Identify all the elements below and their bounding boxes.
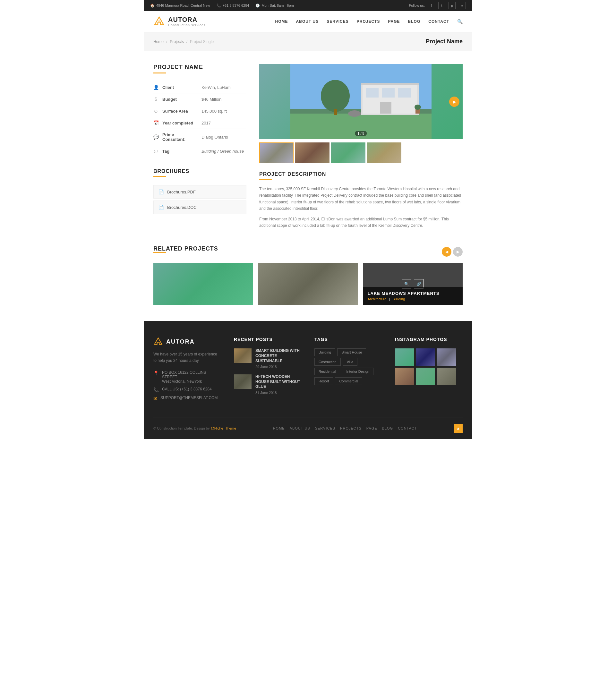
tag-separator: | bbox=[389, 297, 390, 301]
slider-next-button[interactable]: ▶ bbox=[449, 97, 460, 107]
tag-interior-design[interactable]: Interior Design bbox=[342, 368, 374, 375]
tag-commercial[interactable]: Commercial bbox=[335, 377, 362, 385]
back-to-top-button[interactable]: ▲ bbox=[454, 424, 463, 433]
footer-nav-services[interactable]: SERVICES bbox=[315, 426, 335, 430]
surface-label: Surface Area bbox=[162, 109, 198, 114]
tag-costruction[interactable]: Costruction bbox=[314, 358, 341, 366]
instagram-grid bbox=[395, 348, 463, 385]
tag-value: Building / Green house bbox=[201, 149, 244, 154]
post-thumb-2 bbox=[234, 374, 252, 389]
breadcrumb-projects[interactable]: Projects bbox=[170, 39, 184, 44]
nav-blog[interactable]: BLOG bbox=[408, 19, 420, 24]
post-info-1: SMART BUILDING WITH CONCRETE SUSTAINABLE… bbox=[255, 348, 302, 368]
tags-heading: TAGS bbox=[314, 337, 382, 342]
thumbnail-2[interactable] bbox=[295, 142, 329, 163]
footer-nav-contact[interactable]: CONTACT bbox=[398, 426, 417, 430]
tag-smart-house[interactable]: Smart House bbox=[337, 348, 366, 356]
brochures-underline bbox=[153, 176, 166, 177]
svg-point-15 bbox=[348, 110, 361, 117]
phone-text: +61 3 8376 6284 bbox=[223, 3, 249, 8]
instagram-photo-3[interactable] bbox=[437, 348, 456, 366]
desc-underline bbox=[259, 179, 272, 180]
footer-nav-blog[interactable]: BLOG bbox=[382, 426, 393, 430]
doc-icon: 📄 bbox=[159, 205, 164, 210]
footer-bottom: © Construction Template. Design by @Nich… bbox=[153, 417, 463, 433]
breadcrumb: Home / Projects / Project Single bbox=[153, 39, 214, 44]
footer-tags-col: TAGS Building Smart House Costruction Vi… bbox=[314, 337, 382, 404]
brochure-pdf[interactable]: 📄 Brochures.PDF bbox=[153, 185, 247, 199]
nav-contact[interactable]: CONTACT bbox=[428, 19, 449, 24]
related-prev-button[interactable]: ◀ bbox=[442, 247, 451, 257]
tag-icon: 🏷 bbox=[153, 149, 159, 154]
footer-nav-projects[interactable]: PROJECTS bbox=[340, 426, 362, 430]
footer-nav-page[interactable]: PAGE bbox=[366, 426, 377, 430]
thumbnail-1[interactable] bbox=[259, 142, 293, 163]
facebook-icon[interactable]: f bbox=[428, 2, 435, 9]
search-icon[interactable]: 🔍 bbox=[457, 19, 463, 24]
footer-about-col: AUTORA We have over 15 years of experien… bbox=[153, 337, 221, 404]
pinterest-icon[interactable]: p bbox=[449, 2, 456, 9]
tag-villa[interactable]: Villa bbox=[343, 358, 358, 366]
email-icon: ✉ bbox=[153, 396, 157, 401]
logo-name: AUTORA bbox=[168, 16, 206, 23]
post-title-1: SMART BUILDING WITH CONCRETE SUSTAINABLE bbox=[255, 348, 302, 363]
top-bar: 🏠 4946 Marmora Road, Central New 📞 +61 3… bbox=[144, 0, 472, 11]
logo-text-block: AUTORA Construction services bbox=[168, 16, 206, 27]
twitter-icon[interactable]: t bbox=[438, 2, 445, 9]
brochure-doc[interactable]: 📄 Brochures.DOC bbox=[153, 200, 247, 214]
thumbnail-4[interactable] bbox=[367, 142, 401, 163]
rss-icon[interactable]: ≡ bbox=[459, 2, 466, 9]
nav-projects[interactable]: PROJECTS bbox=[357, 19, 380, 24]
footer-address-sub: West Victoria, NewYork bbox=[162, 379, 221, 384]
pdf-icon: 📄 bbox=[159, 189, 164, 195]
footer-nav-home[interactable]: HOME bbox=[273, 426, 285, 430]
instagram-photo-1[interactable] bbox=[395, 348, 414, 366]
theme-link[interactable]: @Niche_Theme bbox=[211, 426, 237, 430]
top-bar-right: Follow us: f t p ≡ bbox=[409, 2, 466, 9]
phone-info: 📞 +61 3 8376 6284 bbox=[216, 3, 249, 8]
hours-info: 🕐 Mon-Sat: 8am - 6pm bbox=[255, 3, 293, 8]
right-content: ▶ 1 / 5 PROJECT DESCRIPTION The ten-stor… bbox=[259, 64, 463, 233]
hours-text: Mon-Sat: 8am - 6pm bbox=[262, 3, 293, 8]
clock-icon: 🕐 bbox=[255, 3, 260, 8]
logo[interactable]: AUTORA Construction services bbox=[153, 16, 206, 27]
breadcrumb-current: Project Single bbox=[190, 39, 214, 44]
related-item-1[interactable] bbox=[153, 263, 253, 305]
instagram-photo-2[interactable] bbox=[416, 348, 435, 366]
sidebar: PROJECT NAME 👤 Client KenVin, LuHam $ Bu… bbox=[153, 64, 247, 233]
tag-residential[interactable]: Residential bbox=[314, 368, 340, 375]
tag-resort[interactable]: Resort bbox=[314, 377, 333, 385]
consultant-label: Prime Consultant: bbox=[162, 132, 198, 142]
related-underline bbox=[153, 252, 166, 253]
tag-building[interactable]: Building bbox=[314, 348, 335, 356]
nav-services[interactable]: SERVICES bbox=[327, 19, 349, 24]
related-item-tags-3: Architecture | Building bbox=[368, 297, 458, 301]
footer-nav-about[interactable]: ABOUT US bbox=[290, 426, 310, 430]
instagram-photo-4[interactable] bbox=[395, 368, 414, 385]
consultant-icon: 💬 bbox=[153, 135, 159, 139]
tag-label: Tag bbox=[162, 149, 198, 154]
detail-consultant: 💬 Prime Consultant: Dialog Ontario bbox=[153, 129, 247, 145]
title-underline bbox=[153, 73, 166, 74]
recent-post-1: SMART BUILDING WITH CONCRETE SUSTAINABLE… bbox=[234, 348, 302, 368]
desc-para-2: From November 2013 to April 2014, EllisD… bbox=[259, 216, 463, 229]
nav-home[interactable]: HOME bbox=[275, 19, 288, 24]
breadcrumb-home[interactable]: Home bbox=[153, 39, 164, 44]
nav-page[interactable]: PAGE bbox=[388, 19, 400, 24]
related-next-button[interactable]: ▶ bbox=[453, 247, 463, 257]
instagram-photo-5[interactable] bbox=[416, 368, 435, 385]
tag-building[interactable]: Building bbox=[392, 297, 405, 301]
instagram-photo-6[interactable] bbox=[437, 368, 456, 385]
header: AUTORA Construction services HOME ABOUT … bbox=[144, 11, 472, 33]
footer-logo: AUTORA bbox=[153, 337, 221, 347]
related-img-1 bbox=[153, 263, 253, 305]
phone-icon: 📞 bbox=[216, 3, 221, 8]
address-info: 🏠 4946 Marmora Road, Central New bbox=[150, 3, 210, 8]
related-item-3[interactable]: 🔍 🔗 LAKE MEADOWS APARTMENTS Architecture… bbox=[363, 263, 463, 305]
budget-label: Budget bbox=[162, 97, 198, 102]
related-item-2[interactable] bbox=[258, 263, 358, 305]
page-title: Project Name bbox=[426, 38, 463, 45]
tag-architecture[interactable]: Architecture bbox=[368, 297, 387, 301]
nav-about[interactable]: ABOUT US bbox=[296, 19, 319, 24]
thumbnail-3[interactable] bbox=[331, 142, 365, 163]
